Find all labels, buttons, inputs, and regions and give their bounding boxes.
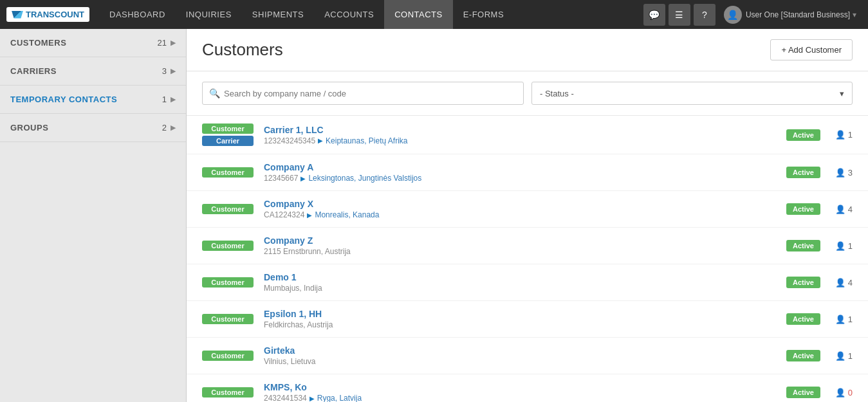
nav-item-inquiries[interactable]: INQUIRIES (176, 0, 242, 29)
sidebar-badge: 2▶ (162, 123, 176, 132)
status-badge: Active (786, 277, 820, 288)
search-input-wrap: 🔍 (202, 82, 524, 105)
company-sub: Feldkirchas, Austrija (264, 320, 786, 329)
nav-item-dashboard[interactable]: DASHBOARD (99, 0, 176, 29)
contact-count: 👤1 (833, 241, 853, 251)
list-icon-button[interactable]: ☰ (669, 4, 690, 26)
company-info: GirtekaVilnius, Lietuva (264, 345, 786, 366)
contact-count: 👤1 (833, 315, 853, 324)
sidebar-item-temporary-contacts[interactable]: TEMPORARY CONTACTS1▶ (0, 86, 186, 114)
company-location: Monrealis, Kanada (315, 210, 379, 219)
company-tag-customer: Customer (202, 277, 254, 288)
nav-item-accounts[interactable]: ACCOUNTS (314, 0, 384, 29)
company-name: KMPS, Ko (264, 382, 786, 392)
user-label: User One [Standard Business] (746, 10, 850, 19)
company-name: Epsilon 1, HH (264, 309, 786, 319)
contact-icon: 👤 (835, 241, 845, 251)
company-row[interactable]: CustomerEpsilon 1, HHFeldkirchas, Austri… (187, 301, 868, 338)
company-name: Demo 1 (264, 272, 786, 282)
contact-icon: 👤 (835, 168, 845, 178)
status-badge: Active (786, 240, 820, 251)
company-row[interactable]: CustomerKMPS, Ko2432441534▶Ryga, Latvija… (187, 374, 868, 402)
sidebar-item-carriers[interactable]: CARRIERS3▶ (0, 57, 186, 86)
company-tags: CustomerCarrier (202, 123, 254, 146)
company-tag-customer: Customer (202, 351, 254, 361)
company-row[interactable]: CustomerCompany XCA1224324▶Monrealis, Ka… (187, 191, 868, 228)
contact-count: 👤1 (833, 130, 853, 140)
company-right: Active👤1 (786, 129, 853, 141)
company-row[interactable]: CustomerCarrierCarrier 1, LLC12324324534… (187, 116, 868, 154)
help-icon-button[interactable]: ? (694, 4, 716, 26)
company-info: Company Z2115 Ernstbrunn, Austrija (264, 235, 786, 256)
company-tag-customer: Customer (202, 167, 254, 178)
company-sub: Vilnius, Lietuva (264, 357, 786, 366)
sidebar-label: GROUPS (10, 123, 48, 132)
status-badge: Active (786, 350, 820, 361)
company-tag-customer: Customer (202, 204, 254, 214)
company-name: Company X (264, 199, 786, 209)
sidebar-item-groups[interactable]: GROUPS2▶ (0, 114, 186, 142)
company-tags: Customer (202, 204, 254, 214)
status-badge: Active (786, 313, 820, 325)
company-info: Carrier 1, LLC123243245345▶Keiptaunas, P… (264, 125, 786, 145)
layout: CUSTOMERS21▶CARRIERS3▶TEMPORARY CONTACTS… (0, 29, 868, 402)
company-tag-customer: Customer (202, 123, 254, 134)
status-badge: Active (786, 387, 820, 398)
add-customer-button[interactable]: + Add Customer (770, 39, 853, 60)
arrow-icon: ▶ (309, 395, 315, 402)
badge-arrow-icon: ▶ (171, 95, 176, 104)
company-right: Active👤4 (786, 277, 853, 288)
company-row[interactable]: CustomerCompany Z2115 Ernstbrunn, Austri… (187, 228, 868, 264)
company-sub: CA1224324▶Monrealis, Kanada (264, 210, 786, 219)
status-badge: Active (786, 129, 820, 141)
company-row[interactable]: CustomerCompany A12345667▶Leksingtonas, … (187, 154, 868, 191)
company-right: Active👤1 (786, 350, 853, 361)
company-name: Company Z (264, 235, 786, 246)
contact-count: 👤4 (833, 205, 853, 214)
sidebar-label: CARRIERS (10, 66, 57, 76)
sidebar-badge: 3▶ (162, 66, 176, 76)
company-tag-customer: Customer (202, 241, 254, 251)
contact-count: 👤4 (833, 278, 853, 288)
company-address: Feldkirchas, Austrija (264, 320, 333, 329)
nav-item-shipments[interactable]: SHIPMENTS (242, 0, 314, 29)
chat-icon-button[interactable]: 💬 (643, 4, 665, 26)
company-code: 123243245345 (264, 136, 315, 145)
user-menu[interactable]: 👤 User One [Standard Business] ▾ (719, 6, 862, 24)
company-right: Active👤1 (786, 240, 853, 251)
contact-number: 3 (848, 168, 853, 178)
user-dropdown-arrow: ▾ (853, 10, 856, 19)
sidebar-label: CUSTOMERS (10, 38, 66, 48)
arrow-icon: ▶ (307, 212, 312, 219)
company-row[interactable]: CustomerDemo 1Mumbajus, IndijaActive👤4 (187, 264, 868, 301)
company-code: 2432441534 (264, 394, 307, 402)
logo[interactable]: TRANSCOUNT (6, 7, 89, 22)
company-row[interactable]: CustomerGirtekaVilnius, LietuvaActive👤1 (187, 338, 868, 374)
sidebar-item-customers[interactable]: CUSTOMERS21▶ (0, 29, 186, 57)
sidebar-badge: 1▶ (162, 95, 176, 104)
company-tag-customer: Customer (202, 314, 254, 324)
content-header: Customers + Add Customer (187, 29, 868, 71)
nav-right: 💬 ☰ ? 👤 User One [Standard Business] ▾ (643, 4, 862, 26)
nav-item-e-forms[interactable]: E-FORMS (453, 0, 514, 29)
badge-arrow-icon: ▶ (171, 39, 176, 47)
search-input[interactable] (224, 89, 517, 98)
nav-items: DASHBOARDINQUIRIESSHIPMENTSACCOUNTSCONTA… (99, 0, 643, 29)
sidebar: CUSTOMERS21▶CARRIERS3▶TEMPORARY CONTACTS… (0, 29, 187, 402)
contact-icon: 👤 (835, 315, 845, 324)
company-sub: 2115 Ernstbrunn, Austrija (264, 247, 786, 256)
badge-arrow-icon: ▶ (171, 123, 176, 132)
company-tags: Customer (202, 314, 254, 324)
nav-item-contacts[interactable]: CONTACTS (384, 0, 453, 29)
status-dropdown[interactable]: - Status - ▾ (531, 82, 853, 105)
status-arrow: ▾ (840, 89, 844, 98)
company-code: 12345667 (264, 174, 298, 183)
company-info: Company A12345667▶Leksingtonas, Jungtinė… (264, 162, 786, 183)
contact-count: 👤3 (833, 168, 853, 178)
contact-count: 👤1 (833, 351, 853, 361)
company-right: Active👤1 (786, 313, 853, 325)
contact-number: 1 (848, 351, 853, 361)
company-tag-carrier: Carrier (202, 136, 254, 146)
company-info: Epsilon 1, HHFeldkirchas, Austrija (264, 309, 786, 329)
contact-icon: 👤 (835, 278, 845, 288)
